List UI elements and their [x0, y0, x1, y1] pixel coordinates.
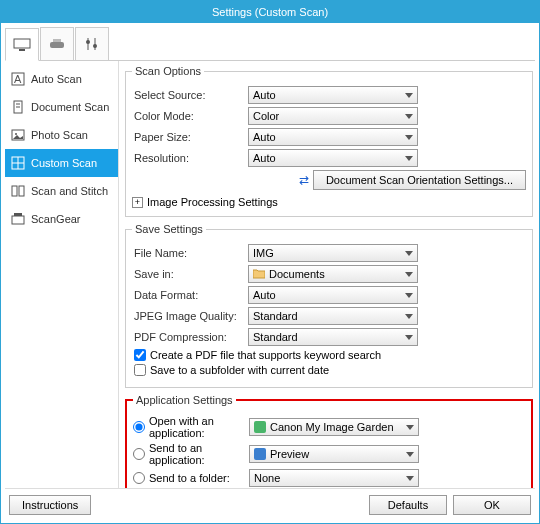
sidebar-item-document-scan[interactable]: Document Scan — [5, 93, 118, 121]
application-settings-legend: Application Settings — [133, 394, 236, 406]
select-source-dropdown[interactable]: Auto — [248, 86, 418, 104]
monitor-icon — [13, 38, 31, 52]
top-tabbar — [5, 27, 535, 61]
sidebar-item-label: Photo Scan — [31, 129, 88, 141]
instructions-button[interactable]: Instructions — [9, 495, 91, 515]
svg-rect-18 — [12, 186, 17, 196]
send-folder-dropdown[interactable]: None — [249, 469, 419, 487]
sidebar-item-label: Scan and Stitch — [31, 185, 108, 197]
swap-icon: ⇄ — [299, 173, 309, 187]
svg-point-14 — [15, 133, 17, 135]
photo-icon — [11, 128, 25, 142]
tab-preferences[interactable] — [75, 27, 109, 60]
select-source-label: Select Source: — [132, 89, 248, 101]
footer-buttons: Instructions Defaults OK — [5, 488, 535, 519]
settings-window: Settings (Custom Scan) A Auto Scan D — [0, 0, 540, 524]
svg-rect-2 — [50, 42, 64, 48]
svg-rect-19 — [19, 186, 24, 196]
sidebar-item-scangear[interactable]: ScanGear — [5, 205, 118, 233]
sidebar-item-label: ScanGear — [31, 213, 81, 225]
document-icon — [11, 100, 25, 114]
app-icon — [254, 421, 266, 433]
preview-icon — [254, 448, 266, 460]
resolution-label: Resolution: — [132, 152, 248, 164]
defaults-button[interactable]: Defaults — [369, 495, 447, 515]
tab-scan-from-computer[interactable] — [5, 28, 39, 61]
svg-point-7 — [93, 44, 97, 48]
sidebar-item-custom-scan[interactable]: Custom Scan — [5, 149, 118, 177]
svg-rect-0 — [14, 39, 30, 48]
svg-point-5 — [86, 40, 90, 44]
save-subfolder-input[interactable] — [134, 364, 146, 376]
stitch-icon — [11, 184, 25, 198]
window-title: Settings (Custom Scan) — [1, 1, 539, 23]
resolution-dropdown[interactable]: Auto — [248, 149, 418, 167]
scan-options-group: Scan Options Select Source: Auto Color M… — [125, 65, 533, 217]
color-mode-label: Color Mode: — [132, 110, 248, 122]
save-settings-legend: Save Settings — [132, 223, 206, 235]
save-in-label: Save in: — [132, 268, 248, 280]
paper-size-dropdown[interactable]: Auto — [248, 128, 418, 146]
open-with-dropdown[interactable]: Canon My Image Garden — [249, 418, 419, 436]
auto-scan-icon: A — [11, 72, 25, 86]
settings-pane: Scan Options Select Source: Auto Color M… — [119, 61, 535, 488]
pdf-compression-dropdown[interactable]: Standard — [248, 328, 418, 346]
svg-rect-22 — [254, 421, 266, 433]
sidebar-item-scan-and-stitch[interactable]: Scan and Stitch — [5, 177, 118, 205]
tab-scan-from-device[interactable] — [40, 27, 74, 60]
send-folder-radio-input[interactable] — [133, 472, 145, 484]
color-mode-dropdown[interactable]: Color — [248, 107, 418, 125]
save-in-dropdown[interactable]: Documents — [248, 265, 418, 283]
plus-icon: + — [132, 197, 143, 208]
main-area: A Auto Scan Document Scan Photo Scan Cus… — [5, 61, 535, 488]
file-name-field[interactable]: IMG — [248, 244, 418, 262]
sidebar-item-label: Custom Scan — [31, 157, 97, 169]
svg-rect-21 — [14, 213, 22, 216]
send-app-radio[interactable]: Send to an application: — [133, 442, 249, 466]
data-format-dropdown[interactable]: Auto — [248, 286, 418, 304]
open-with-radio[interactable]: Open with an application: — [133, 415, 249, 439]
window-content: A Auto Scan Document Scan Photo Scan Cus… — [1, 23, 539, 523]
create-pdf-keyword-checkbox[interactable]: Create a PDF file that supports keyword … — [134, 349, 526, 361]
image-processing-expand[interactable]: + Image Processing Settings — [132, 196, 526, 208]
save-subfolder-checkbox[interactable]: Save to a subfolder with current date — [134, 364, 526, 376]
create-pdf-keyword-input[interactable] — [134, 349, 146, 361]
custom-icon — [11, 156, 25, 170]
paper-size-label: Paper Size: — [132, 131, 248, 143]
sidebar-item-photo-scan[interactable]: Photo Scan — [5, 121, 118, 149]
ok-button[interactable]: OK — [453, 495, 531, 515]
pdf-compression-label: PDF Compression: — [132, 331, 248, 343]
send-app-radio-input[interactable] — [133, 448, 145, 460]
folder-icon — [253, 268, 265, 280]
sidebar-item-label: Auto Scan — [31, 73, 82, 85]
image-processing-label: Image Processing Settings — [147, 196, 278, 208]
sidebar: A Auto Scan Document Scan Photo Scan Cus… — [5, 61, 119, 488]
open-with-radio-input[interactable] — [133, 421, 145, 433]
sliders-icon — [84, 36, 100, 52]
data-format-label: Data Format: — [132, 289, 248, 301]
sidebar-item-auto-scan[interactable]: A Auto Scan — [5, 65, 118, 93]
send-folder-radio[interactable]: Send to a folder: — [133, 472, 249, 484]
svg-text:A: A — [14, 73, 22, 85]
svg-rect-3 — [53, 39, 61, 42]
save-settings-group: Save Settings File Name: IMG Save in: Do… — [125, 223, 533, 388]
svg-rect-23 — [254, 448, 266, 460]
svg-rect-20 — [12, 216, 24, 224]
orientation-settings-button[interactable]: Document Scan Orientation Settings... — [313, 170, 526, 190]
send-app-dropdown[interactable]: Preview — [249, 445, 419, 463]
scan-options-legend: Scan Options — [132, 65, 204, 77]
scangear-icon — [11, 212, 25, 226]
sidebar-item-label: Document Scan — [31, 101, 109, 113]
file-name-label: File Name: — [132, 247, 248, 259]
jpeg-quality-label: JPEG Image Quality: — [132, 310, 248, 322]
application-settings-group: Application Settings Open with an applic… — [125, 394, 533, 488]
jpeg-quality-dropdown[interactable]: Standard — [248, 307, 418, 325]
svg-rect-1 — [19, 49, 25, 51]
scanner-icon — [48, 37, 66, 51]
